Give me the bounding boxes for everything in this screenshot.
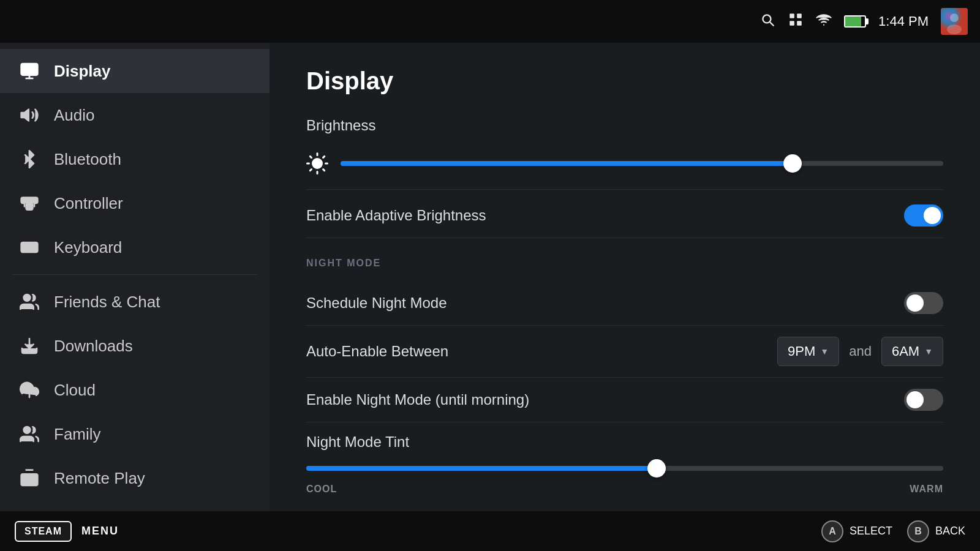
sidebar: Display Audio Bluetooth Controller Keybo… [0, 43, 270, 511]
svg-rect-1 [797, 13, 802, 18]
sidebar-item-audio[interactable]: Audio [0, 93, 270, 137]
svg-rect-12 [21, 242, 38, 252]
svg-point-18 [313, 159, 322, 168]
page-title: Display [306, 67, 943, 95]
adaptive-brightness-row: Enable Adaptive Brightness [306, 193, 943, 238]
sidebar-item-downloads[interactable]: Downloads [0, 324, 270, 368]
svg-rect-17 [21, 474, 38, 485]
schedule-night-mode-row: Schedule Night Mode [306, 281, 943, 326]
bottombar-right: A SELECT B BACK [821, 520, 965, 542]
sidebar-label-display: Display [54, 62, 111, 81]
sidebar-item-keyboard[interactable]: Keyboard [0, 225, 270, 269]
svg-rect-11 [26, 203, 33, 210]
sidebar-item-friends[interactable]: Friends & Chat [0, 280, 270, 324]
svg-rect-7 [21, 64, 38, 75]
family-icon [18, 423, 40, 445]
keyboard-icon [18, 236, 40, 258]
downloads-icon [18, 335, 40, 357]
sidebar-item-display[interactable]: Display [0, 49, 270, 93]
sidebar-label-cloud: Cloud [54, 381, 96, 400]
sidebar-label-remoteplay: Remote Play [54, 469, 145, 488]
sidebar-item-remoteplay[interactable]: Remote Play [0, 456, 270, 500]
cloud-icon [18, 379, 40, 401]
cast-icon[interactable] [816, 12, 832, 31]
brightness-slider[interactable] [341, 154, 943, 173]
sidebar-item-cloud[interactable]: Cloud [0, 368, 270, 412]
battery-icon [844, 15, 866, 28]
adaptive-brightness-toggle[interactable] [904, 204, 943, 227]
tint-labels: COOL WARM [306, 484, 943, 495]
svg-point-16 [24, 427, 31, 433]
svg-rect-2 [790, 21, 794, 26]
bottombar: STEAM MENU A SELECT B BACK [0, 511, 980, 551]
auto-enable-controls: 9PM ▼ and 6AM ▼ [777, 337, 943, 366]
store-icon[interactable] [788, 12, 804, 31]
dropdown-arrow-to: ▼ [924, 347, 933, 356]
steam-button[interactable]: STEAM [15, 521, 72, 542]
sidebar-label-controller: Controller [54, 194, 123, 213]
svg-line-26 [323, 156, 325, 157]
auto-enable-to-value: 6AM [892, 343, 919, 359]
main-content: Display Brightness [270, 43, 980, 511]
svg-point-6 [947, 24, 962, 34]
clock: 1:44 PM [878, 13, 929, 29]
auto-enable-label: Auto-Enable Between [306, 343, 777, 360]
svg-line-21 [310, 156, 311, 157]
enable-night-mode-row: Enable Night Mode (until morning) [306, 378, 943, 422]
svg-point-5 [950, 13, 959, 22]
friends-icon [18, 291, 40, 313]
sidebar-label-bluetooth: Bluetooth [54, 150, 121, 169]
tint-slider[interactable] [647, 459, 666, 478]
brightness-slider-row [306, 144, 943, 190]
search-icon[interactable] [760, 12, 775, 31]
schedule-night-mode-toggle[interactable] [904, 292, 943, 314]
sidebar-label-family: Family [54, 425, 101, 444]
menu-label: MENU [81, 525, 119, 538]
svg-line-25 [310, 170, 311, 171]
auto-enable-to-dropdown[interactable]: 6AM ▼ [881, 337, 943, 366]
dropdown-arrow-from: ▼ [820, 347, 829, 356]
controller-icon [18, 192, 40, 214]
remoteplay-icon [18, 467, 40, 489]
adaptive-brightness-label: Enable Adaptive Brightness [306, 207, 486, 224]
avatar[interactable] [941, 8, 968, 35]
auto-enable-row: Auto-Enable Between 9PM ▼ and 6AM ▼ [306, 326, 943, 378]
tint-slider-wrap: COOL WARM [306, 459, 943, 495]
tint-warm-label: WARM [910, 484, 943, 495]
back-action: B BACK [907, 520, 965, 542]
night-mode-tint-row: Night Mode Tint COOL WARM [306, 422, 943, 506]
sidebar-item-bluetooth[interactable]: Bluetooth [0, 137, 270, 181]
b-button[interactable]: B [907, 520, 929, 542]
enable-night-mode-label: Enable Night Mode (until morning) [306, 391, 529, 408]
night-mode-tint-label: Night Mode Tint [306, 433, 409, 451]
back-label: BACK [935, 525, 965, 538]
tint-label-row: Night Mode Tint [306, 433, 943, 451]
topbar: 1:44 PM [0, 0, 980, 43]
enable-night-mode-toggle[interactable] [904, 389, 943, 411]
select-label: SELECT [850, 525, 892, 538]
bluetooth-icon [18, 148, 40, 170]
svg-point-13 [24, 294, 31, 301]
sidebar-item-controller[interactable]: Controller [0, 181, 270, 225]
svg-rect-0 [790, 13, 794, 18]
audio-icon [18, 104, 40, 126]
sidebar-divider [12, 274, 257, 275]
sidebar-label-downloads: Downloads [54, 337, 133, 356]
a-button[interactable]: A [821, 520, 843, 542]
svg-marker-10 [21, 110, 29, 121]
svg-line-22 [323, 170, 325, 171]
sidebar-label-audio: Audio [54, 106, 95, 125]
sidebar-label-friends: Friends & Chat [54, 293, 160, 312]
select-action: A SELECT [821, 520, 892, 542]
and-text: and [849, 343, 872, 359]
tint-cool-label: COOL [306, 484, 337, 495]
night-mode-section-label: NIGHT MODE [306, 258, 943, 269]
sun-icon [306, 152, 328, 174]
sidebar-item-family[interactable]: Family [0, 412, 270, 456]
display-icon [18, 60, 40, 82]
schedule-night-mode-label: Schedule Night Mode [306, 294, 447, 312]
auto-enable-from-value: 9PM [788, 343, 815, 359]
svg-rect-3 [797, 21, 802, 26]
brightness-label: Brightness [306, 117, 943, 134]
auto-enable-from-dropdown[interactable]: 9PM ▼ [777, 337, 839, 366]
